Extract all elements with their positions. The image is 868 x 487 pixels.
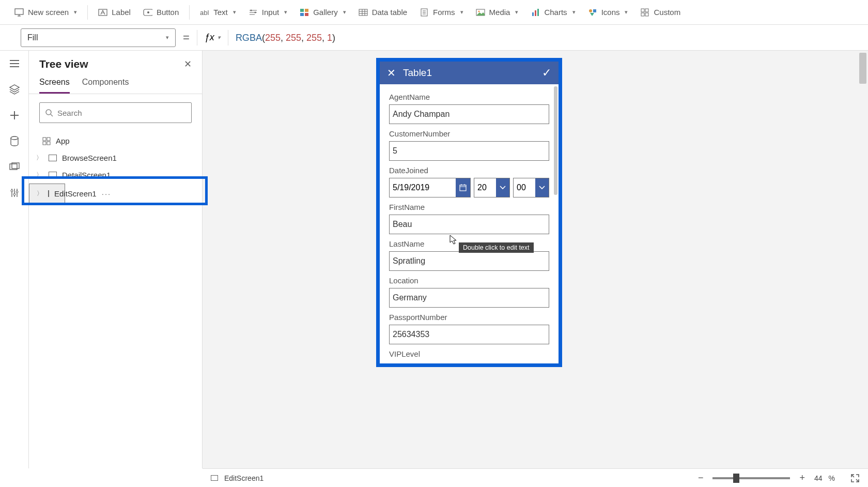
- field-label: CustomerNumber: [389, 129, 549, 138]
- media-button[interactable]: Media ▾: [471, 5, 524, 20]
- data-icon[interactable]: [9, 135, 20, 147]
- cancel-icon[interactable]: ✕: [387, 67, 396, 79]
- input-button[interactable]: Input ▾: [243, 5, 292, 20]
- chevron-right-icon[interactable]: 〉: [36, 154, 43, 162]
- svg-rect-12: [300, 9, 304, 12]
- screen-icon: [48, 190, 49, 197]
- forms-label: Forms: [433, 8, 455, 17]
- chevron-down-icon: ▾: [343, 9, 346, 16]
- svg-rect-55: [43, 142, 46, 145]
- customernumber-input[interactable]: 5: [389, 141, 549, 161]
- canvas[interactable]: ✕ Table1 ✓ AgentName Andy Champan Custom…: [203, 51, 868, 468]
- lastname-input[interactable]: Spratling: [389, 251, 549, 271]
- custom-label: Custom: [654, 8, 680, 17]
- app-icon: [42, 137, 51, 145]
- hamburger-icon[interactable]: [9, 58, 20, 69]
- data-table-button[interactable]: Data table: [353, 5, 412, 20]
- svg-rect-16: [359, 9, 367, 16]
- label-label: Label: [112, 8, 131, 17]
- calendar-icon[interactable]: [456, 178, 470, 197]
- location-input[interactable]: Germany: [389, 288, 549, 308]
- input-icon: [249, 8, 258, 17]
- media-rail-icon[interactable]: [9, 161, 20, 173]
- chevron-down-icon: ▾: [166, 34, 169, 41]
- submit-icon[interactable]: ✓: [542, 66, 551, 80]
- label-button[interactable]: Label: [93, 5, 136, 20]
- svg-point-50: [16, 191, 18, 193]
- svg-text:abl: abl: [200, 9, 209, 16]
- tree-item-browse[interactable]: 〉 BrowseScreen1: [29, 149, 202, 166]
- scrollbar[interactable]: [859, 53, 866, 466]
- chevron-down-icon: ▾: [625, 9, 628, 16]
- custom-icon: [640, 8, 649, 17]
- text-button[interactable]: abl Text ▾: [195, 5, 241, 20]
- formula-input[interactable]: RGBA(255, 255, 255, 1): [236, 32, 335, 43]
- tab-components[interactable]: Components: [82, 78, 129, 94]
- more-icon[interactable]: ···: [102, 189, 117, 198]
- svg-rect-31: [593, 9, 596, 12]
- svg-marker-32: [590, 13, 594, 16]
- zoom-in-button[interactable]: +: [796, 473, 808, 483]
- tree-item-label: DetailScreen1: [62, 171, 111, 179]
- property-selector[interactable]: Fill ▾: [21, 28, 176, 47]
- svg-rect-28: [535, 10, 536, 16]
- fx-button[interactable]: ƒx▾: [205, 32, 221, 43]
- form-header: ✕ Table1 ✓: [380, 62, 559, 84]
- icons-button[interactable]: Icons ▾: [583, 5, 633, 20]
- scrollbar-thumb[interactable]: [859, 53, 866, 84]
- close-icon[interactable]: ✕: [184, 58, 192, 70]
- new-screen-button[interactable]: New screen ▾: [9, 5, 82, 20]
- tree-item-detail[interactable]: 〉 DetailScreen1: [29, 166, 202, 184]
- status-bar: EditScreen1 − + 44 %: [203, 468, 868, 487]
- zoom-slider[interactable]: [712, 477, 790, 479]
- firstname-input[interactable]: Beau: [389, 215, 549, 234]
- svg-point-42: [11, 136, 18, 140]
- search-field[interactable]: [57, 109, 186, 117]
- svg-point-49: [13, 193, 16, 195]
- form-scrollbar[interactable]: [554, 86, 557, 195]
- chevron-down-icon[interactable]: [496, 178, 509, 197]
- svg-rect-53: [43, 138, 46, 141]
- zoom-pct: %: [829, 474, 835, 482]
- button-button[interactable]: Button: [138, 5, 184, 20]
- tree-app[interactable]: App: [29, 132, 202, 149]
- forms-button[interactable]: Forms ▾: [414, 5, 469, 20]
- chevron-down-icon: ▾: [218, 34, 221, 41]
- date-picker[interactable]: 5/19/2019: [389, 178, 471, 197]
- advanced-tools-icon[interactable]: [9, 187, 20, 199]
- search-input[interactable]: [39, 102, 192, 123]
- property-name: Fill: [27, 33, 38, 42]
- tree-view-icon[interactable]: [9, 84, 20, 95]
- slider-knob[interactable]: [733, 474, 739, 483]
- chevron-right-icon[interactable]: 〉: [36, 171, 43, 179]
- gallery-button[interactable]: Gallery ▾: [295, 5, 351, 20]
- custom-button[interactable]: Custom: [635, 5, 686, 20]
- data-table-label: Data table: [372, 8, 407, 17]
- insert-icon[interactable]: [9, 110, 20, 121]
- hour-select[interactable]: 20: [474, 178, 510, 197]
- equals-sign: =: [183, 31, 190, 44]
- label-icon: [98, 8, 107, 17]
- charts-button[interactable]: Charts ▾: [525, 5, 580, 20]
- formula-bar: Fill ▾ = ƒx▾ RGBA(255, 255, 255, 1): [0, 25, 868, 51]
- screen-icon: [49, 172, 57, 178]
- svg-rect-57: [460, 185, 466, 191]
- agentname-input[interactable]: Andy Champan: [389, 104, 549, 124]
- expand-icon[interactable]: [850, 474, 860, 483]
- svg-point-26: [478, 10, 479, 12]
- zoom-out-button[interactable]: −: [695, 473, 707, 483]
- minute-select[interactable]: 00: [513, 178, 549, 197]
- search-icon: [45, 109, 53, 117]
- screen-icon: [14, 8, 24, 17]
- tree-item-edit[interactable]: 〉 EditScreen1 ···: [29, 184, 65, 203]
- current-screen: EditScreen1: [224, 474, 264, 482]
- separator: [189, 5, 190, 20]
- chevron-down-icon: ▾: [460, 9, 463, 16]
- text-label: Text: [213, 8, 228, 17]
- edit-form[interactable]: ✕ Table1 ✓ AgentName Andy Champan Custom…: [376, 58, 562, 367]
- chevron-right-icon[interactable]: 〉: [37, 189, 43, 198]
- tab-screens[interactable]: Screens: [39, 78, 70, 94]
- chevron-down-icon[interactable]: [535, 178, 549, 197]
- passportnumber-input[interactable]: 25634353: [389, 325, 549, 344]
- field-label: AgentName: [389, 93, 549, 101]
